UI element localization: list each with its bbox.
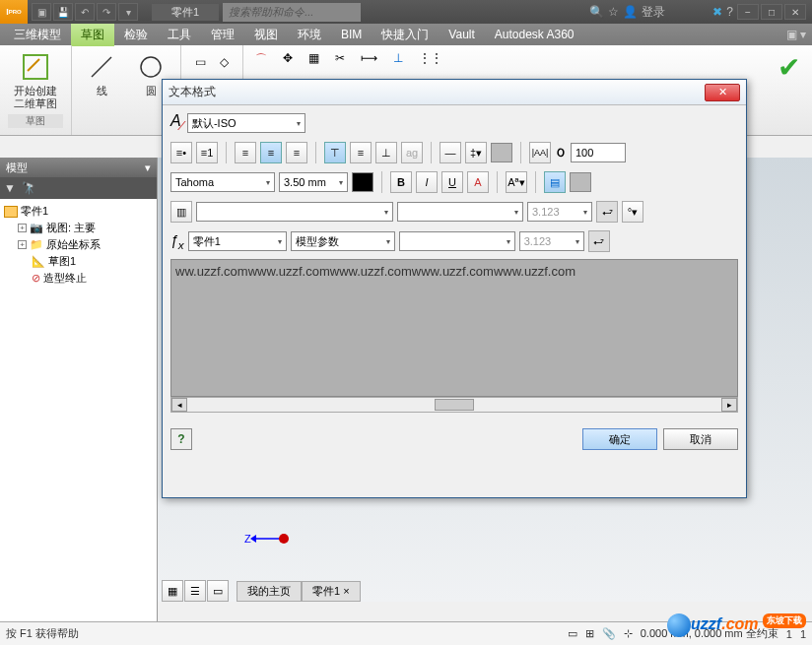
bg-icon[interactable]: ag xyxy=(401,142,423,163)
size-combo[interactable]: 3.50 mm▾ xyxy=(279,172,348,192)
highlight-swatch[interactable] xyxy=(570,172,591,192)
caps-icon[interactable]: Aª▾ xyxy=(506,171,527,193)
tree-end[interactable]: ⊘造型终止 xyxy=(4,270,153,287)
qat-dropdown-icon[interactable]: ▾ xyxy=(118,3,138,21)
tab-view[interactable]: 视图 xyxy=(244,24,288,46)
binoculars-icon[interactable]: 🔭 xyxy=(22,181,36,195)
user-icon[interactable]: 👤 xyxy=(623,5,638,19)
view-tab-icon[interactable]: ▭ xyxy=(207,580,229,602)
valign-bot-icon[interactable]: ⊥ xyxy=(375,142,397,163)
text-color-swatch[interactable] xyxy=(352,172,373,192)
text-editor[interactable]: ww.uzzf.comwww.uzzf.comwww.uzzf.comwww.u… xyxy=(170,259,738,397)
login-link[interactable]: 登录 xyxy=(642,4,665,21)
insert-param-button[interactable]: ⮐ xyxy=(588,230,610,252)
cancel-button[interactable]: 取消 xyxy=(663,428,738,450)
tab-bim[interactable]: BIM xyxy=(331,25,372,44)
symbol-icon[interactable]: ▤ xyxy=(544,171,566,193)
shape-icon[interactable]: ◇ xyxy=(213,51,235,73)
tree-sketch1[interactable]: 📐草图1 xyxy=(4,253,153,270)
line-spacing-icon[interactable]: — xyxy=(440,142,461,163)
tab-close-icon[interactable]: × xyxy=(343,585,349,597)
dialog-close-button[interactable]: ✕ xyxy=(705,84,740,101)
precision1-combo[interactable]: 3.123▾ xyxy=(527,202,592,222)
filter-icon[interactable]: ▼ xyxy=(4,181,16,195)
tab-sketch[interactable]: 草图 xyxy=(71,24,114,46)
tab-vault[interactable]: Vault xyxy=(439,25,484,44)
horizontal-scrollbar[interactable]: ◂ ▸ xyxy=(170,397,738,413)
close-button[interactable]: ✕ xyxy=(784,4,806,20)
open-icon[interactable]: ▣ xyxy=(32,3,51,21)
align-center-icon[interactable]: ≡ xyxy=(260,142,282,163)
font-combo[interactable]: Tahoma▾ xyxy=(170,172,275,192)
field-combo[interactable]: ▾ xyxy=(397,202,523,222)
status-icon3[interactable]: 📎 xyxy=(602,627,616,640)
tab-a360[interactable]: Autodesk A360 xyxy=(485,25,584,44)
tree-view[interactable]: +📷视图: 主要 xyxy=(4,220,153,236)
param-source-combo[interactable]: 零件1▾ xyxy=(188,231,287,251)
valign-mid-icon[interactable]: ≡ xyxy=(350,142,372,163)
ok-button[interactable]: 确定 xyxy=(582,428,657,450)
app-logo[interactable]: IPRO xyxy=(0,0,28,24)
tab-tools[interactable]: 工具 xyxy=(158,24,201,46)
tab-manage[interactable]: 管理 xyxy=(201,24,244,46)
valign-top-icon[interactable]: ⊤ xyxy=(324,142,346,163)
save-icon[interactable]: 💾 xyxy=(53,3,73,21)
redo-icon[interactable]: ↷ xyxy=(97,3,116,21)
maximize-button[interactable]: □ xyxy=(761,4,782,20)
align-left-icon[interactable]: ≡ xyxy=(235,142,256,163)
bullet-list-icon[interactable]: ≡• xyxy=(170,142,192,163)
stretch-input[interactable] xyxy=(571,143,626,162)
doctab[interactable]: 零件1 × xyxy=(302,581,361,602)
x-app-icon[interactable]: ✖ xyxy=(712,5,722,19)
underline-button[interactable]: U xyxy=(441,171,463,193)
tree-origin[interactable]: +📁原始坐标系 xyxy=(4,236,153,253)
svg-point-6 xyxy=(279,534,289,544)
tab-getstarted[interactable]: 快捷入门 xyxy=(372,24,439,46)
line-tool[interactable]: 线 xyxy=(80,49,123,99)
finish-sketch-button[interactable]: ✔ xyxy=(778,51,800,129)
italic-button[interactable]: I xyxy=(416,171,438,193)
scroll-left-icon[interactable]: ◂ xyxy=(171,398,187,412)
precision2-combo[interactable]: 3.123▾ xyxy=(519,231,584,251)
fit-icon[interactable]: |AA| xyxy=(529,142,551,163)
ribbon-collapse-icon[interactable]: ▣ ▾ xyxy=(786,28,812,41)
scroll-thumb[interactable] xyxy=(435,399,474,411)
source-combo[interactable]: ▾ xyxy=(196,202,393,222)
help-search-input[interactable]: 搜索帮助和命令... xyxy=(223,3,361,22)
deg-icon[interactable]: °▾ xyxy=(622,201,643,223)
tree-root[interactable]: 零件1 xyxy=(4,203,153,220)
minimize-button[interactable]: − xyxy=(737,4,759,20)
tab-inspect[interactable]: 检验 xyxy=(114,24,158,46)
status-snap-icon[interactable]: ⊹ xyxy=(624,627,633,640)
tab-environment[interactable]: 环境 xyxy=(288,24,331,46)
param-name-combo[interactable]: ▾ xyxy=(399,231,515,251)
dialog-help-button[interactable]: ? xyxy=(170,428,192,450)
undo-icon[interactable]: ↶ xyxy=(75,3,95,21)
spacing-dd-icon[interactable]: ‡▾ xyxy=(465,142,487,163)
bold-button[interactable]: B xyxy=(390,171,412,193)
title-bar: IPRO ▣ 💾 ↶ ↷ ▾ 零件1 搜索帮助和命令... 🔍 ☆ 👤 登录 ✖… xyxy=(0,0,812,24)
spacing-swatch[interactable] xyxy=(491,143,512,162)
scroll-right-icon[interactable]: ▸ xyxy=(721,398,737,412)
number-list-icon[interactable]: ≡1 xyxy=(196,142,218,163)
strike-button[interactable]: A xyxy=(467,171,489,193)
start-2d-sketch-button[interactable]: 开始创建 二维草图 xyxy=(8,49,63,112)
browser-dropdown-icon[interactable]: ▾ xyxy=(145,161,151,174)
svg-rect-0 xyxy=(24,55,47,79)
text-style-combo[interactable]: 默认-ISO▾ xyxy=(187,113,305,133)
search-icon[interactable]: 🔍 xyxy=(589,5,604,19)
param-type-combo[interactable]: 模型参数▾ xyxy=(291,231,395,251)
column-icon[interactable]: ▥ xyxy=(170,201,192,223)
tab-3dmodel[interactable]: 三维模型 xyxy=(4,24,71,46)
view-list-icon[interactable]: ☰ xyxy=(184,580,206,602)
model-browser: 模型▾ ▼ 🔭 零件1 +📷视图: 主要 +📁原始坐标系 📐草图1 ⊘造型终止 xyxy=(0,158,158,621)
align-right-icon[interactable]: ≡ xyxy=(286,142,307,163)
rect-icon[interactable]: ▭ xyxy=(189,51,211,73)
insert-field1-button[interactable]: ⮐ xyxy=(596,201,618,223)
status-icon2[interactable]: ⊞ xyxy=(585,627,594,640)
help-icon[interactable]: ? xyxy=(726,5,733,19)
star-icon[interactable]: ☆ xyxy=(608,5,619,19)
status-icon1[interactable]: ▭ xyxy=(568,627,577,640)
hometab[interactable]: 我的主页 xyxy=(237,581,302,602)
view-mode-icon[interactable]: ▦ xyxy=(162,580,183,602)
